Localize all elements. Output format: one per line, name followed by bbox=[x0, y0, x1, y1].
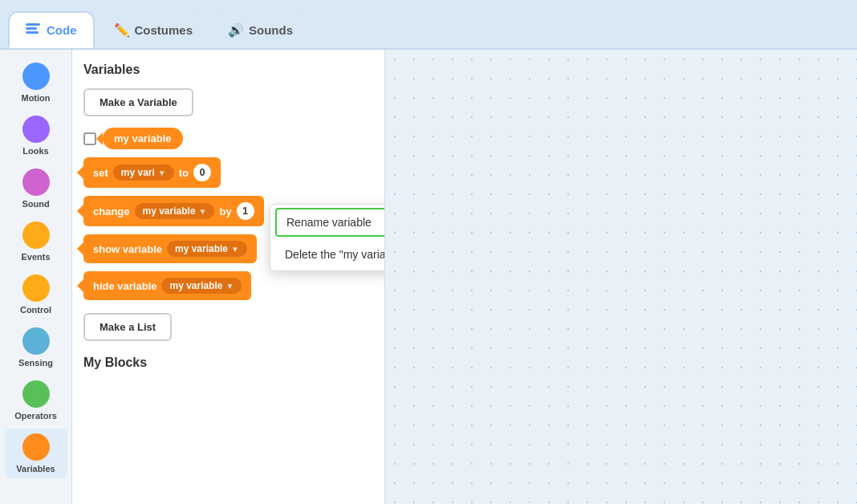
sidebar-item-sound[interactable]: Sound bbox=[5, 164, 67, 213]
hide-variable-block[interactable]: hide variable my variable ▼ bbox=[83, 271, 251, 300]
change-by-label: by bbox=[219, 205, 231, 217]
svg-rect-1 bbox=[26, 27, 37, 30]
context-menu-rename[interactable]: Rename variable bbox=[275, 208, 385, 237]
tab-costumes-label: Costumes bbox=[135, 23, 193, 37]
show-dropdown-arrow: ▼ bbox=[231, 245, 239, 254]
change-value: 1 bbox=[237, 202, 254, 220]
hide-variable-pill[interactable]: my variable ▼ bbox=[161, 278, 242, 294]
sidebar-item-events[interactable]: Events bbox=[5, 217, 67, 266]
make-variable-button[interactable]: Make a Variable bbox=[83, 88, 193, 116]
svg-rect-2 bbox=[26, 31, 39, 34]
looks-circle bbox=[22, 116, 50, 143]
sidebar-label-looks: Looks bbox=[22, 146, 48, 156]
show-variable-pill[interactable]: my variable ▼ bbox=[167, 241, 247, 257]
tab-sounds[interactable]: 🔊 Sounds bbox=[212, 11, 309, 48]
motion-circle bbox=[22, 63, 50, 90]
change-block[interactable]: change my variable ▼ by 1 bbox=[83, 196, 264, 226]
control-circle bbox=[22, 274, 50, 302]
variable-checkbox[interactable] bbox=[83, 132, 96, 145]
sidebar-label-events: Events bbox=[21, 252, 50, 262]
change-dropdown-arrow: ▼ bbox=[199, 207, 207, 216]
variable-row: my variable bbox=[83, 128, 373, 149]
tab-sounds-label: Sounds bbox=[249, 23, 293, 37]
sidebar-label-operators: Operators bbox=[14, 411, 57, 421]
change-variable-pill[interactable]: my variable ▼ bbox=[135, 203, 215, 219]
variable-name-block[interactable]: my variable bbox=[103, 128, 183, 149]
svg-rect-0 bbox=[26, 23, 40, 26]
context-menu-delete[interactable]: Delete the "my variable" variable bbox=[270, 238, 385, 270]
set-value: 0 bbox=[193, 164, 211, 181]
sidebar-label-motion: Motion bbox=[21, 93, 50, 103]
top-tabs: Code ✏️ Costumes 🔊 Sounds bbox=[0, 0, 857, 50]
variable-name-label: my variable bbox=[114, 132, 172, 144]
sidebar-item-variables[interactable]: Variables bbox=[5, 429, 67, 478]
context-menu: Rename variable Delete the "my variable"… bbox=[270, 204, 385, 271]
change-prefix: change bbox=[93, 205, 130, 217]
show-prefix: show variable bbox=[93, 243, 162, 255]
sidebar-item-motion[interactable]: Motion bbox=[5, 58, 67, 108]
sidebar-label-sound: Sound bbox=[22, 199, 49, 209]
sidebar-item-looks[interactable]: Looks bbox=[5, 111, 67, 161]
code-area bbox=[385, 50, 857, 504]
set-to-label: to bbox=[179, 167, 189, 179]
costumes-icon: ✏️ bbox=[114, 22, 130, 38]
operators-circle bbox=[22, 380, 50, 408]
sidebar-item-control[interactable]: Control bbox=[5, 270, 67, 319]
sound-circle bbox=[22, 169, 50, 196]
tab-costumes[interactable]: ✏️ Costumes bbox=[98, 11, 209, 48]
sensing-circle bbox=[22, 327, 50, 355]
make-list-button[interactable]: Make a List bbox=[83, 313, 172, 341]
sidebar-label-sensing: Sensing bbox=[18, 358, 53, 368]
sidebar-label-variables: Variables bbox=[16, 464, 55, 474]
sidebar: Motion Looks Sound Events Control Sensin… bbox=[0, 50, 72, 504]
tab-code[interactable]: Code bbox=[8, 11, 95, 48]
my-blocks-title: My Blocks bbox=[83, 356, 373, 370]
sounds-icon: 🔊 bbox=[228, 22, 244, 38]
events-circle bbox=[22, 222, 50, 249]
set-block[interactable]: set my vari ▼ to 0 bbox=[83, 157, 221, 188]
hide-prefix: hide variable bbox=[93, 280, 156, 292]
sidebar-item-operators[interactable]: Operators bbox=[5, 376, 67, 425]
sidebar-label-control: Control bbox=[20, 305, 51, 315]
hide-dropdown-arrow: ▼ bbox=[226, 282, 234, 291]
sidebar-item-sensing[interactable]: Sensing bbox=[5, 323, 67, 372]
blocks-panel: Variables Make a Variable my variable se… bbox=[72, 50, 385, 504]
variables-circle bbox=[22, 433, 50, 461]
set-dropdown-arrow: ▼ bbox=[158, 169, 166, 177]
set-prefix: set bbox=[93, 167, 108, 179]
variables-section-title: Variables bbox=[83, 63, 373, 77]
main-layout: Motion Looks Sound Events Control Sensin… bbox=[0, 50, 857, 504]
code-icon bbox=[26, 22, 42, 38]
set-variable-pill[interactable]: my vari ▼ bbox=[113, 165, 174, 181]
tab-code-label: Code bbox=[47, 23, 77, 37]
show-variable-block[interactable]: show variable my variable ▼ bbox=[83, 234, 257, 263]
